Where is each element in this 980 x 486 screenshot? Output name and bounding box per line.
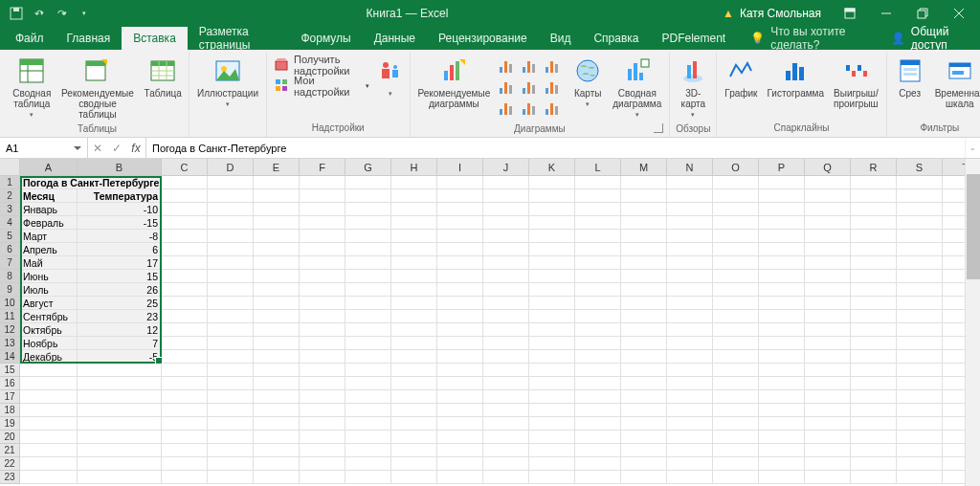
cell[interactable]: [345, 404, 391, 417]
cell[interactable]: [162, 457, 208, 471]
cell[interactable]: [575, 417, 621, 431]
cell[interactable]: [391, 377, 437, 390]
cell[interactable]: Апрель: [20, 243, 78, 256]
cell[interactable]: [78, 404, 162, 417]
cell[interactable]: [897, 189, 943, 203]
cell[interactable]: [759, 457, 805, 471]
cells[interactable]: Погода в Санкт-ПетербургеМесяцТемператур…: [20, 176, 980, 484]
tab-вставка[interactable]: Вставка: [122, 27, 188, 50]
cell[interactable]: [713, 297, 759, 310]
tab-главная[interactable]: Главная: [56, 27, 122, 50]
cell[interactable]: [759, 243, 805, 256]
cell[interactable]: [759, 364, 805, 377]
cell[interactable]: [897, 390, 943, 404]
cell[interactable]: [529, 243, 575, 256]
cell[interactable]: [529, 431, 575, 444]
cell[interactable]: [529, 310, 575, 323]
cell[interactable]: [254, 364, 300, 377]
cell[interactable]: [529, 471, 575, 484]
cell[interactable]: [208, 431, 254, 444]
column-header[interactable]: B: [78, 159, 162, 176]
cell[interactable]: [345, 283, 391, 297]
cell[interactable]: [805, 457, 851, 471]
cell[interactable]: [162, 364, 208, 377]
column-header[interactable]: O: [713, 159, 759, 176]
cell[interactable]: Июнь: [20, 270, 78, 283]
cell[interactable]: [437, 216, 483, 230]
cell[interactable]: [759, 337, 805, 350]
cell[interactable]: [667, 377, 713, 390]
cell[interactable]: [162, 323, 208, 337]
cell[interactable]: [437, 337, 483, 350]
get-addins[interactable]: Получить надстройки: [275, 55, 369, 75]
cell[interactable]: [208, 364, 254, 377]
cell[interactable]: [621, 230, 667, 243]
cell[interactable]: [391, 350, 437, 364]
cell[interactable]: [20, 417, 78, 431]
cell[interactable]: [759, 350, 805, 364]
cell[interactable]: [437, 283, 483, 297]
cell[interactable]: [851, 390, 897, 404]
cell[interactable]: [345, 350, 391, 364]
table-button[interactable]: Таблица: [141, 54, 185, 100]
row-header[interactable]: 3: [0, 203, 20, 216]
cell[interactable]: [254, 283, 300, 297]
cell[interactable]: [621, 270, 667, 283]
bar-chart-icon[interactable]: [498, 57, 519, 77]
cell[interactable]: [162, 310, 208, 323]
cell[interactable]: [437, 176, 483, 189]
cell[interactable]: [345, 431, 391, 444]
pivot-table-button[interactable]: Своднаятаблица▾: [10, 54, 55, 122]
cell[interactable]: [897, 350, 943, 364]
cell[interactable]: [20, 471, 78, 484]
cell[interactable]: [713, 243, 759, 256]
cell[interactable]: [391, 310, 437, 323]
sparkline-line-button[interactable]: График: [721, 54, 761, 100]
cell[interactable]: [529, 283, 575, 297]
cell[interactable]: Март: [20, 230, 78, 243]
cell[interactable]: [391, 323, 437, 337]
cell[interactable]: [20, 444, 78, 457]
cell[interactable]: [805, 323, 851, 337]
cell[interactable]: [345, 256, 391, 270]
tab-справка[interactable]: Справка: [582, 27, 650, 50]
cell[interactable]: [713, 444, 759, 457]
cell[interactable]: [759, 297, 805, 310]
cell[interactable]: [483, 189, 529, 203]
column-header[interactable]: N: [667, 159, 713, 176]
cell[interactable]: [78, 471, 162, 484]
cell[interactable]: [713, 404, 759, 417]
cell[interactable]: Месяц: [20, 189, 78, 203]
tab-рецензирование[interactable]: Рецензирование: [427, 27, 539, 50]
row-headers[interactable]: 1234567891011121314151617181920212223: [0, 176, 20, 484]
cell[interactable]: [483, 176, 529, 189]
tab-разметка страницы[interactable]: Разметка страницы: [188, 27, 290, 50]
cell[interactable]: [529, 323, 575, 337]
cell[interactable]: Ноябрь: [20, 337, 78, 350]
cell[interactable]: Август: [20, 297, 78, 310]
cell[interactable]: [897, 404, 943, 417]
cell[interactable]: [621, 350, 667, 364]
cell[interactable]: [851, 444, 897, 457]
cell[interactable]: [713, 256, 759, 270]
cell[interactable]: [437, 404, 483, 417]
cell[interactable]: [851, 404, 897, 417]
cell[interactable]: [483, 323, 529, 337]
cell[interactable]: 15: [78, 270, 162, 283]
cell[interactable]: [208, 297, 254, 310]
cell[interactable]: [759, 390, 805, 404]
cell[interactable]: [162, 297, 208, 310]
column-header[interactable]: D: [208, 159, 254, 176]
cell[interactable]: Погода в Санкт-Петербурге: [20, 176, 162, 189]
row-header[interactable]: 5: [0, 230, 20, 243]
cell[interactable]: [437, 297, 483, 310]
cell[interactable]: [208, 270, 254, 283]
cell[interactable]: [667, 189, 713, 203]
cell[interactable]: [483, 216, 529, 230]
cell[interactable]: [391, 457, 437, 471]
cell[interactable]: [254, 216, 300, 230]
cell[interactable]: [575, 310, 621, 323]
cell[interactable]: [162, 283, 208, 297]
cell[interactable]: [437, 310, 483, 323]
column-header[interactable]: C: [162, 159, 208, 176]
